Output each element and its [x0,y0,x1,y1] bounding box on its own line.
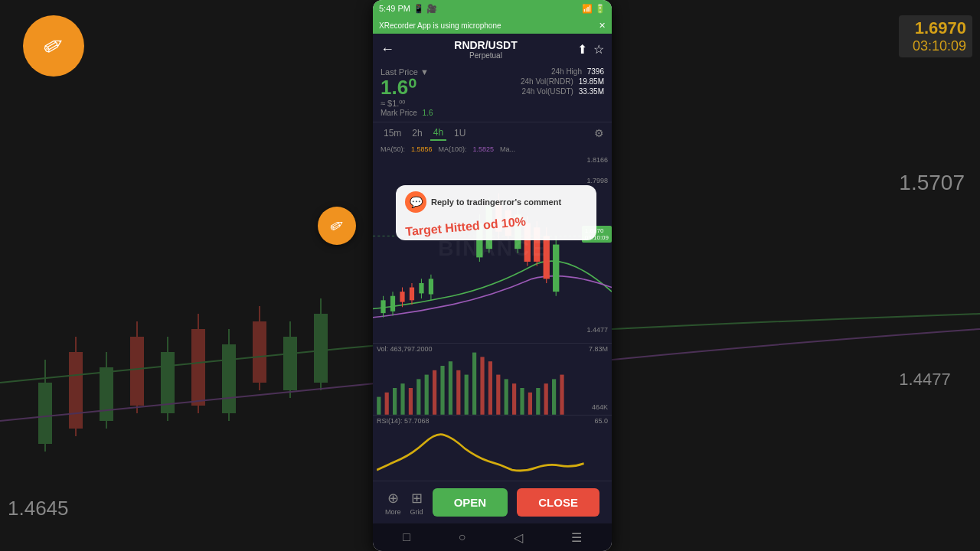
star-icon[interactable]: ☆ [593,42,604,57]
ma50-val: 1.5856 [411,145,433,153]
ma-more: Ma... [500,145,515,153]
time-display: 5:49 PM [379,4,410,13]
vol-usdt-label: 24h Vol(USDT) [522,87,573,96]
svg-rect-58 [433,370,436,415]
current-price: 1.6⁰ [381,77,521,99]
nav-home-icon[interactable]: ○ [459,530,466,544]
svg-rect-62 [465,375,469,415]
svg-rect-65 [488,361,492,415]
share-icon[interactable]: ⬆ [577,42,587,57]
svg-rect-69 [520,388,524,415]
bg-timer: 03:10:09 [905,38,966,54]
grid-toolbar-item[interactable]: ⊞ Grid [410,490,423,516]
pencil-icon-large: ✏ [38,28,70,64]
vol-label: Vol: 463,797.2000 [377,345,433,353]
rsi-svg [373,416,612,481]
chart-settings-icon[interactable]: ⚙ [594,127,604,139]
svg-rect-1 [44,360,46,452]
svg-rect-53 [393,388,397,415]
bg-price-top: 1.6970 [905,18,966,38]
rsi-level: 65.0 [594,417,608,425]
ma50-label: MA(50): [381,145,405,153]
price-section: Last Price ▼ 1.6⁰ ≈ $1.⁰⁰ Mark Price 1.6… [373,64,612,122]
more-label: More [385,508,401,516]
more-toolbar-item[interactable]: ⊕ More [385,490,401,516]
notification-text: XRecorder App is using microphone [379,21,501,30]
price-level-low: 1.4477 [586,326,608,334]
high-val: 7396 [587,67,604,76]
svg-rect-72 [544,383,548,415]
grid-icon: ⊞ [411,490,423,507]
svg-rect-13 [228,329,230,421]
svg-rect-73 [552,379,556,414]
tf-2h[interactable]: 2h [409,126,425,140]
volume-svg [373,344,612,415]
volume-chart[interactable]: Vol: 463,797.2000 7.83M 464K [373,344,612,416]
svg-rect-61 [456,370,460,415]
tf-15m[interactable]: 15m [381,126,404,140]
bg-price-bottom: 1.4477 [899,370,972,390]
status-icons: 📱 🎥 [413,4,437,14]
comment-overlay: 💬 Reply to tradingerror's comment Target… [396,185,596,240]
ma-indicator-bar: MA(50): 1.5856 MA(100): 1.5825 Ma... [373,144,612,155]
nav-back-icon[interactable]: ◁ [514,530,523,545]
signal-icon: 📶 [582,4,593,14]
price-level-top: 1.8166 [586,156,608,164]
mark-price-label: Mark Price [381,109,417,117]
pencil-icon: ✏ [326,214,348,238]
status-bar: 5:49 PM 📱 🎥 📶 🔋 [373,0,612,17]
svg-rect-56 [416,379,420,414]
svg-rect-54 [400,383,404,415]
tf-4h[interactable]: 4h [430,126,446,141]
tf-1u[interactable]: 1U [451,126,469,140]
comment-avatar: 💬 [405,191,426,213]
svg-rect-57 [425,375,429,415]
svg-rect-7 [136,321,138,413]
open-button[interactable]: OPEN [433,488,508,517]
rsi-chart[interactable]: RSI(14): 57.7068 65.0 [373,416,612,481]
chart-header: ← RNDR/USDT Perpetual ⬆ ☆ [373,34,612,64]
vol-level-high: 7.83M [589,345,608,353]
symbol-title: RNDR/USDT [400,39,571,51]
bg-price-mid: 1.5707 [899,171,972,195]
contract-type: Perpetual [400,51,571,60]
nav-square-icon[interactable]: □ [403,530,410,544]
svg-rect-19 [320,298,322,390]
back-button[interactable]: ← [381,41,394,57]
svg-rect-74 [560,375,564,415]
battery-icon: 🔋 [595,4,606,14]
ma100-label: MA(100): [439,145,467,153]
svg-rect-67 [505,379,508,414]
more-icon: ⊕ [387,490,399,507]
notification-bar: XRecorder App is using microphone ✕ [373,17,612,34]
bottom-toolbar: ⊕ More ⊞ Grid OPEN CLOSE [373,481,612,523]
candlestick-chart[interactable]: BINANCE 1.8166 1.7998 1.5707 1.4477 1.69… [373,155,612,344]
svg-rect-9 [167,337,168,421]
timeframe-bar: 15m 2h 4h 1U ⚙ [373,122,612,144]
mark-price-val: 1.6 [423,109,433,117]
svg-rect-59 [440,366,444,415]
chart-area[interactable]: BINANCE 1.8166 1.7998 1.5707 1.4477 1.69… [373,155,612,481]
ma100-val: 1.5825 [473,145,495,153]
svg-rect-51 [377,397,381,415]
vol-rndr-val: 19.85M [579,77,604,86]
svg-rect-52 [385,393,389,415]
svg-rect-70 [528,393,532,415]
bg-price-labels: 1.6970 03:10:09 1.5707 1.4477 [899,15,980,390]
high-label: 24h High [551,67,582,76]
nav-menu-icon[interactable]: ☰ [571,530,582,545]
svg-rect-63 [472,353,476,415]
usd-approx: ≈ $1.⁰⁰ [381,99,521,109]
svg-rect-68 [512,383,516,415]
fab-left[interactable]: ✏ [318,207,356,245]
close-button[interactable]: CLOSE [517,488,599,517]
svg-rect-64 [480,357,484,414]
dropdown-icon[interactable]: ▼ [420,67,429,77]
svg-rect-5 [106,352,107,429]
svg-rect-55 [409,388,413,415]
notification-close[interactable]: ✕ [599,21,606,31]
phone-frame: 5:49 PM 📱 🎥 📶 🔋 XRecorder App is using m… [373,0,612,551]
vol-level-low: 464K [592,403,608,411]
vol-rndr-label: 24h Vol(RNDR) [521,77,573,86]
fab-top-left[interactable]: ✏ [23,15,84,77]
